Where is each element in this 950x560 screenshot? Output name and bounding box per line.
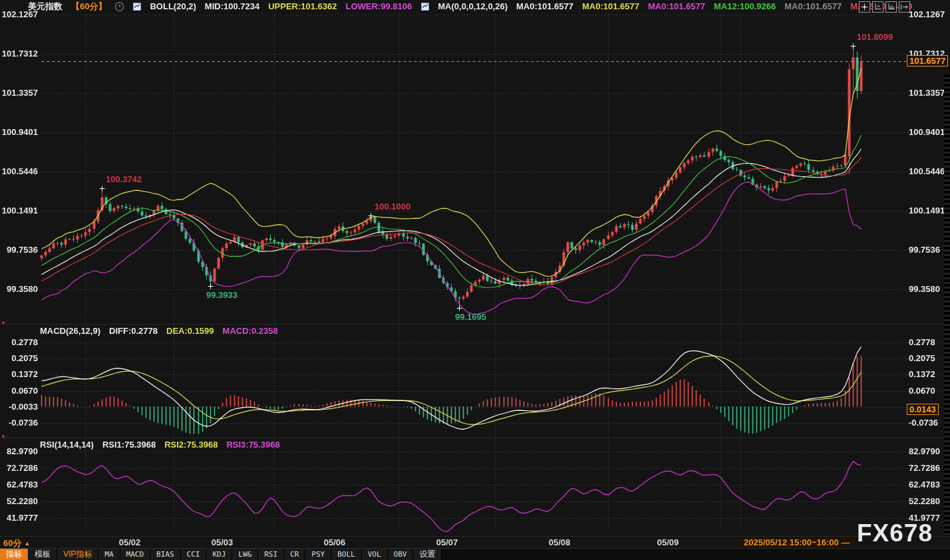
toolbar-item-PSY[interactable]: PSY — [305, 549, 331, 560]
header-value: LOWER:99.8106 — [346, 1, 412, 13]
price-annotation: 99.1695 — [455, 312, 486, 322]
header-value: RSI2:75.3968 — [164, 439, 218, 451]
toolbar-item-BIAS[interactable]: BIAS — [150, 549, 181, 560]
date-label: 05/08 — [545, 537, 574, 547]
date-label: 05/03 — [208, 537, 237, 547]
macd-tick: -0.0033 — [0, 402, 38, 412]
price-tick: 101.3357 — [0, 88, 38, 98]
rsi-tick: 82.9790 — [909, 446, 940, 457]
toolbar-item-KDJ[interactable]: KDJ — [206, 549, 232, 560]
date-label: 05/02 — [115, 537, 144, 547]
header-value: MA0:101.6577 — [516, 1, 573, 13]
chart-canvas[interactable] — [0, 0, 950, 560]
timeframe-label: 60分 — [3, 538, 21, 548]
macd-tick: 0.0670 — [0, 386, 38, 396]
macd-tick: -0.0736 — [909, 418, 938, 428]
macd-tick: 0.0670 — [909, 386, 935, 396]
indicator-toolbar: 指标模板VIP指标MAMACDBIASCCIKDJLW&RSICRPSYBOLL… — [0, 548, 950, 560]
toolbar-item-CR[interactable]: CR — [284, 549, 305, 560]
price-tick: 102.1267 — [909, 9, 945, 20]
price-tick: 100.9401 — [909, 127, 945, 138]
rsi-tick: 52.2280 — [909, 496, 940, 507]
watermark: FX678 — [857, 520, 933, 547]
macd-tick: 0.2075 — [0, 353, 38, 364]
window-toolbar — [859, 1, 910, 13]
price-tick: 99.7536 — [909, 245, 940, 255]
rsi-tick: 62.4783 — [0, 480, 38, 490]
toolbar-item-指标[interactable]: 指标 — [0, 549, 29, 560]
rsi-header: RSI(14,14,14)RSI1:75.3968RSI2:75.3968RSI… — [40, 439, 280, 451]
toolbar-item-RSI[interactable]: RSI — [258, 549, 284, 560]
header-value: MID:100.7234 — [205, 1, 259, 13]
header-value: DEA:0.1599 — [166, 325, 214, 337]
macd-header: MACD(26,12,9)DIFF:0.2778DEA:0.1599MACD:0… — [40, 325, 278, 337]
price-tick: 101.3357 — [909, 88, 945, 98]
header-value: MA0:101.6577 — [648, 1, 705, 13]
price-tick: 100.1491 — [909, 206, 945, 216]
price-tick: 101.7312 — [0, 49, 38, 59]
price-tick: 100.1491 — [0, 206, 38, 216]
price-tick: 100.5446 — [909, 166, 945, 177]
current-macd-label: 0.0143 — [907, 404, 939, 415]
macd-tick: 0.2778 — [0, 337, 38, 348]
price-annotation: 101.8099 — [857, 32, 893, 42]
macd-tick: -0.0736 — [0, 418, 38, 428]
indicator-icon[interactable] — [420, 3, 429, 11]
chevron-up-icon: ▲ — [24, 540, 30, 547]
price-annotation: 100.3742 — [106, 174, 142, 184]
toolbar-item-MACD[interactable]: MACD — [120, 549, 151, 560]
toolbar-item-LW&[interactable]: LW& — [232, 549, 258, 560]
header-value: MA12:100.9266 — [714, 1, 776, 13]
price-tick: 100.5446 — [0, 166, 38, 177]
rsi-tick: 62.4783 — [909, 480, 940, 490]
toolbar-item-BOLL[interactable]: BOLL — [331, 549, 362, 560]
right-scrollbar[interactable] — [944, 74, 950, 536]
trading-app: ▼ ▼ 美元指数【60分】+BOLL(20,2)MID:100.7234UPPE… — [0, 0, 950, 560]
rsi-tick: 72.7286 — [0, 463, 38, 474]
header-value: DIFF:0.2778 — [109, 325, 158, 337]
rsi-tick: 82.9790 — [0, 446, 38, 457]
header-value: MA0:101.6577 — [784, 1, 842, 13]
header-value: UPPER:101.6362 — [268, 1, 337, 13]
macd-tick: 0.1372 — [0, 369, 38, 380]
main-indicator-header: 美元指数【60分】+BOLL(20,2)MID:100.7234UPPER:10… — [28, 1, 913, 13]
header-value: RSI(14,14,14) — [40, 439, 94, 451]
rsi-tick: 72.7286 — [909, 463, 940, 474]
header-value: BOLL(20,2) — [150, 1, 196, 13]
header-value: 【60分】 — [71, 1, 106, 13]
current-bar-time-label: 2025/05/12 15:00~16:00 — — [740, 537, 853, 548]
macd-tick: 0.1372 — [909, 369, 935, 380]
date-label: 05/07 — [432, 537, 462, 547]
price-tick: 99.7536 — [0, 245, 38, 255]
header-value: MA(0,0,0,12,0,26) — [438, 1, 508, 13]
toolbar-item-VIP指标[interactable]: VIP指标 — [57, 549, 98, 560]
price-tick: 102.1267 — [0, 9, 38, 20]
panel-resize-icon[interactable]: ▼ — [1, 434, 6, 440]
rsi-tick: 52.2280 — [0, 496, 38, 507]
toolbar-item-CCI[interactable]: CCI — [181, 549, 207, 560]
link-circle-icon[interactable]: + — [115, 3, 124, 11]
rsi-tick: 41.9777 — [0, 513, 38, 523]
axis-scale-icon[interactable] — [872, 1, 883, 13]
axis-bars-icon[interactable] — [885, 1, 897, 13]
move-icon[interactable] — [859, 1, 870, 13]
header-value: MACD:0.2358 — [223, 325, 278, 337]
panel-resize-icon[interactable]: ▼ — [1, 321, 6, 326]
macd-tick: 0.2075 — [909, 353, 935, 364]
toolbar-item-模板[interactable]: 模板 — [29, 549, 57, 560]
toolbar-item-VOL[interactable]: VOL — [362, 549, 388, 560]
toolbar-item-OBV[interactable]: OBV — [388, 549, 414, 560]
price-tick: 100.9401 — [0, 127, 38, 138]
price-tick: 99.3580 — [909, 284, 940, 295]
panel-separator[interactable] — [0, 324, 950, 325]
toolbar-item-MA[interactable]: MA — [98, 549, 120, 560]
current-price-label: 101.6577 — [907, 55, 948, 67]
header-value: MA0:101.6577 — [582, 1, 639, 13]
date-label: 05/06 — [320, 537, 349, 547]
price-tick: 99.3580 — [0, 284, 38, 295]
indicator-icon[interactable] — [132, 3, 141, 11]
panel-separator[interactable] — [0, 438, 950, 438]
price-annotation: 100.1000 — [375, 202, 410, 211]
toolbar-item-设置[interactable]: 设置 — [413, 549, 442, 560]
header-value: RSI1:75.3968 — [102, 439, 156, 451]
